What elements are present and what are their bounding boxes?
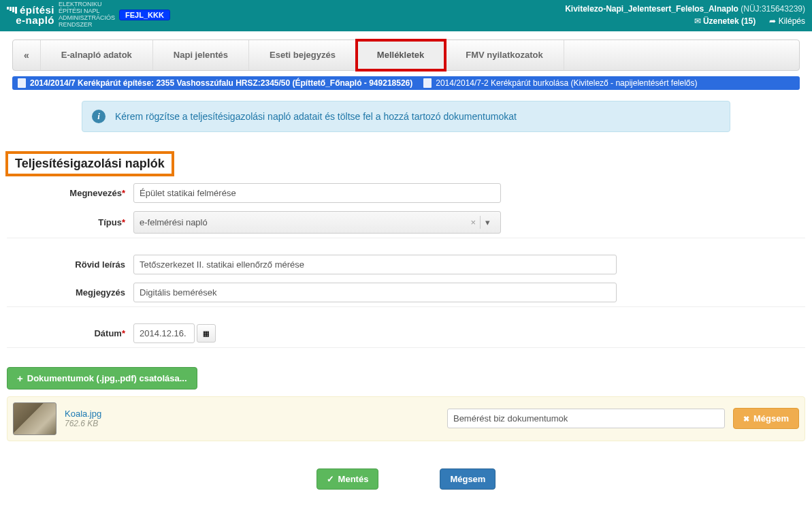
info-alert: i Kérem rögzítse a teljesítésigazolási n… xyxy=(82,101,730,132)
logo-line2: e-napló xyxy=(7,15,54,25)
tab-ealnaplo[interactable]: E-alnapló adatok xyxy=(41,40,153,70)
select-tipus[interactable]: e-felmérési napló × ▾ xyxy=(133,211,501,234)
attachment-filesize: 762.6 KB xyxy=(65,419,101,428)
tab-napi-jelentes[interactable]: Napi jelentés xyxy=(153,40,249,70)
input-rovid-leiras[interactable] xyxy=(133,255,617,274)
input-datum[interactable] xyxy=(133,323,195,343)
exit-icon: ➦ xyxy=(769,16,776,26)
attach-documents-button[interactable]: Dokumentumok (.jpg,.pdf) csatolása... xyxy=(7,367,197,389)
datepicker-button[interactable]: ▦ xyxy=(197,324,216,343)
logo: építési e-napló ELEKTRONIKU ÉPÍTÉSI NAPL… xyxy=(7,1,170,29)
attachment-row: Koala.jpg 762.6 KB Mégsem xyxy=(7,396,805,441)
input-megnevezes[interactable] xyxy=(133,183,501,203)
tab-fmv-nyilatkozatok[interactable]: FMV nyilatkozatok xyxy=(445,40,564,70)
tab-mellekletek[interactable]: Mellékletek xyxy=(357,40,445,70)
breadcrumb: 2014/2014/7 Kerékpárút építése: 2355 Vas… xyxy=(12,76,800,90)
attachment-description-input[interactable] xyxy=(447,409,725,428)
logo-line1: építési xyxy=(20,5,54,15)
info-icon: i xyxy=(92,110,105,123)
logout-link[interactable]: ➦ Kilépés xyxy=(769,16,805,26)
clear-icon[interactable]: × xyxy=(466,217,480,227)
plus-icon xyxy=(17,372,23,384)
tab-eseti-bejegyzes[interactable]: Eseti bejegyzés xyxy=(249,40,357,70)
label-megjegyzes: Megjegyzés xyxy=(76,287,125,298)
save-button[interactable]: Mentés xyxy=(316,468,379,490)
doc-icon xyxy=(18,78,26,88)
logo-subtitle: ELEKTRONIKU ÉPÍTÉSI NAPL ADMINISZTRÁCIÓS… xyxy=(59,1,115,29)
chevron-down-icon[interactable]: ▾ xyxy=(480,216,495,229)
label-tipus: Típus xyxy=(98,217,122,227)
attachment-cancel-button[interactable]: Mégsem xyxy=(733,408,799,429)
messages-link[interactable]: ✉ Üzenetek (15) xyxy=(694,16,758,26)
attachment-filename[interactable]: Koala.jpg xyxy=(65,409,101,419)
env-badge: FEJL_KKK xyxy=(119,10,170,20)
label-datum: Dátum xyxy=(94,328,121,338)
crumb-secondary[interactable]: 2014/2014/7-2 Kerékpárút burkolása (Kivi… xyxy=(436,78,697,88)
tab-bar: « E-alnapló adatok Napi jelentés Eseti b… xyxy=(12,39,800,71)
input-megjegyzes[interactable] xyxy=(133,283,617,302)
app-header: építési e-napló ELEKTRONIKU ÉPÍTÉSI NAPL… xyxy=(0,0,812,31)
mail-icon: ✉ xyxy=(694,16,701,26)
close-icon xyxy=(743,413,749,424)
tab-back[interactable]: « xyxy=(13,40,41,70)
user-id: (NÜJ:315643239) xyxy=(741,4,805,14)
logo-icon xyxy=(7,7,17,14)
user-name: Kivitelezo-Napi_Jelentesert_Felelos_Alna… xyxy=(565,4,738,14)
crumb-primary[interactable]: 2014/2014/7 Kerékpárút építése: 2355 Vas… xyxy=(30,78,412,88)
calendar-icon: ▦ xyxy=(204,328,209,338)
attachment-thumbnail xyxy=(13,402,56,435)
doc-icon xyxy=(423,78,432,88)
info-text: Kérem rögzítse a teljesítésigazolási nap… xyxy=(115,111,517,122)
label-megnevezes: Megnevezés xyxy=(69,188,122,198)
label-rovid-leiras: Rövid leírás xyxy=(75,259,125,270)
check-icon xyxy=(327,474,334,484)
section-title: Teljesítésigazolási naplók xyxy=(5,151,174,176)
cancel-button[interactable]: Mégsem xyxy=(440,468,496,490)
